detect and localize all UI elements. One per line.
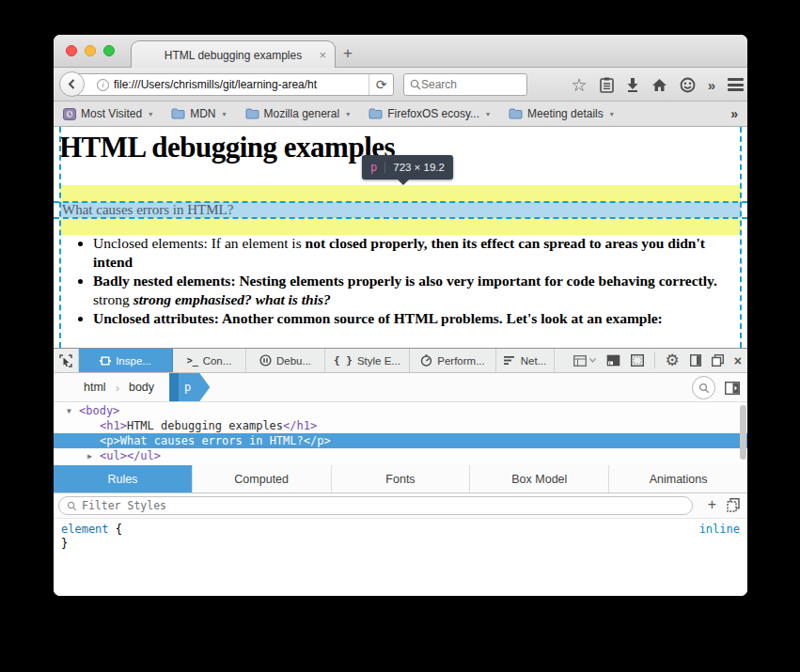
selected-paragraph: What causes errors in HTML? — [62, 202, 233, 218]
markup-line-body[interactable]: ▼ <body> — [54, 403, 747, 418]
chevron-down-icon: ▾ — [610, 110, 614, 118]
tab-performance[interactable]: Perform... — [410, 349, 496, 372]
bookmark-star-icon[interactable]: ☆ — [572, 76, 588, 94]
frame-select-button[interactable] — [573, 355, 596, 367]
markup-view: ▼ <body> <h1>HTML debugging examples</h1… — [54, 402, 747, 465]
error-list: Unclosed elements: If an element is not … — [93, 234, 742, 329]
bookmarks-clipboard-icon[interactable] — [600, 77, 614, 93]
tab-label: Net... — [521, 355, 546, 367]
breadcrumb-tools — [692, 376, 740, 399]
bookmark-label: Most Visited — [81, 107, 142, 120]
tab-style-editor[interactable]: { } Style E... — [325, 349, 410, 372]
zoom-window-button[interactable] — [103, 45, 115, 56]
page-info-icon[interactable]: i — [97, 79, 109, 91]
inspector-icon — [100, 355, 111, 367]
brace-open: { — [109, 523, 122, 536]
bookmark-folder-mozilla-general[interactable]: Mozilla general ▾ — [245, 107, 351, 120]
new-tab-button[interactable]: + — [343, 44, 353, 63]
markup-line-p-selected[interactable]: <p>What causes errors in HTML?</p> — [54, 433, 747, 448]
home-icon[interactable] — [651, 78, 667, 92]
search-icon — [410, 79, 421, 90]
chevron-down-icon: ▾ — [149, 110, 152, 118]
tab-box-model[interactable]: Box Model — [470, 465, 609, 492]
bookmark-label: FirefoxOS ecosy... — [387, 107, 479, 120]
rule-selector[interactable]: element — [61, 523, 109, 536]
tab-network[interactable]: Net... — [496, 349, 555, 372]
add-rule-button[interactable]: + — [708, 496, 716, 513]
tab-label: Con... — [203, 355, 232, 367]
node-infobar: p 723 × 19.2 — [362, 155, 453, 180]
expand-sidebar-icon — [725, 382, 740, 395]
dock-side-icon — [690, 354, 701, 367]
tab-close-icon[interactable]: × — [319, 48, 326, 62]
bookmarks-bar: Most Visited ▾ MDN ▾ Mozilla general ▾ F… — [54, 102, 747, 127]
tag-close: </h1> — [283, 419, 317, 432]
menu-hamburger-icon[interactable] — [728, 76, 744, 94]
devtools-panel: Inspe... >_ Con... Debu... { } Style E..… — [54, 348, 747, 596]
bookmarks-overflow-icon[interactable]: » — [730, 106, 738, 121]
breadcrumb-p-selected[interactable]: p — [169, 373, 210, 401]
breadcrumb: html › body p — [54, 373, 747, 402]
brace-close: } — [61, 537, 68, 550]
breadcrumb-html[interactable]: html — [74, 373, 116, 401]
split-console-button[interactable] — [606, 354, 620, 367]
close-devtools-icon[interactable]: × — [734, 353, 742, 368]
element-search-button[interactable] — [692, 376, 715, 399]
folder-icon — [509, 108, 523, 119]
tag-text: What causes errors in HTML? — [120, 434, 304, 447]
reload-button[interactable]: ⟳ — [369, 74, 393, 95]
bookmark-folder-firefoxos[interactable]: FirefoxOS ecosy... ▾ — [369, 107, 490, 120]
breadcrumb-body[interactable]: body — [119, 373, 164, 401]
search-input[interactable] — [421, 78, 506, 91]
minimize-window-button[interactable] — [85, 45, 96, 56]
close-window-button[interactable] — [66, 45, 77, 56]
separate-window-button[interactable] — [712, 354, 724, 367]
tab-rules[interactable]: Rules — [54, 465, 193, 492]
dock-side-button[interactable] — [690, 354, 701, 367]
pick-element-button[interactable] — [54, 349, 79, 372]
chevron-down-icon: ▾ — [346, 110, 350, 118]
expand-sidebar-button[interactable] — [725, 382, 740, 395]
overflow-chevron-icon[interactable]: » — [708, 77, 715, 93]
back-button[interactable] — [59, 71, 85, 97]
list-item: Badly nested elements: Nesting elements … — [93, 272, 742, 308]
tab-fonts[interactable]: Fonts — [332, 465, 471, 492]
bookmark-folder-mdn[interactable]: MDN ▾ — [171, 107, 226, 120]
frame-select-icon — [573, 355, 587, 367]
twisty-closed-icon[interactable]: ▶ — [87, 452, 92, 461]
pick-element-icon — [59, 354, 72, 367]
responsive-design-button[interactable] — [631, 354, 644, 367]
twisty-open-icon[interactable]: ▼ — [67, 407, 71, 415]
rule-origin-link[interactable]: inline — [699, 523, 740, 537]
tab-label: Debu... — [276, 355, 311, 367]
settings-gear-icon[interactable]: ⚙ — [666, 352, 680, 368]
tag-text: HTML debugging examples — [127, 419, 283, 432]
infobar-tag: p — [370, 161, 377, 174]
search-bar[interactable] — [403, 73, 527, 96]
folder-icon — [369, 108, 383, 119]
browser-tab[interactable]: HTML debugging examples × — [131, 40, 336, 69]
tab-computed[interactable]: Computed — [193, 465, 332, 492]
bookmark-folder-meeting-details[interactable]: Meeting details ▾ — [509, 107, 614, 120]
markup-scrollbar[interactable] — [740, 405, 746, 460]
tab-animations[interactable]: Animations — [609, 465, 747, 492]
url-bar[interactable]: i ⟳ — [74, 73, 394, 96]
filter-styles-field[interactable] — [58, 496, 693, 515]
filter-styles-input[interactable] — [82, 499, 684, 512]
filter-icon — [67, 501, 77, 511]
tab-debugger[interactable]: Debu... — [246, 349, 325, 372]
rules-panel[interactable]: element {inline } — [54, 519, 747, 555]
tab-console[interactable]: >_ Con... — [173, 349, 246, 372]
downloads-icon[interactable] — [626, 77, 639, 92]
bookmark-most-visited[interactable]: Most Visited ▾ — [63, 107, 152, 120]
tag-open: <body> — [79, 404, 119, 417]
hello-smiley-icon[interactable] — [680, 77, 696, 93]
copy-rules-icon[interactable] — [727, 498, 740, 512]
markup-line-h1[interactable]: <h1>HTML debugging examples</h1> — [54, 418, 747, 433]
highlighter-guide-left — [59, 127, 61, 348]
markup-line-ul[interactable]: ▶ <ul></ul> — [54, 448, 747, 463]
url-input[interactable] — [114, 78, 369, 91]
tab-inspector[interactable]: Inspe... — [79, 349, 173, 372]
folder-icon — [171, 108, 185, 119]
page-heading: HTML debugging examples — [59, 131, 395, 164]
